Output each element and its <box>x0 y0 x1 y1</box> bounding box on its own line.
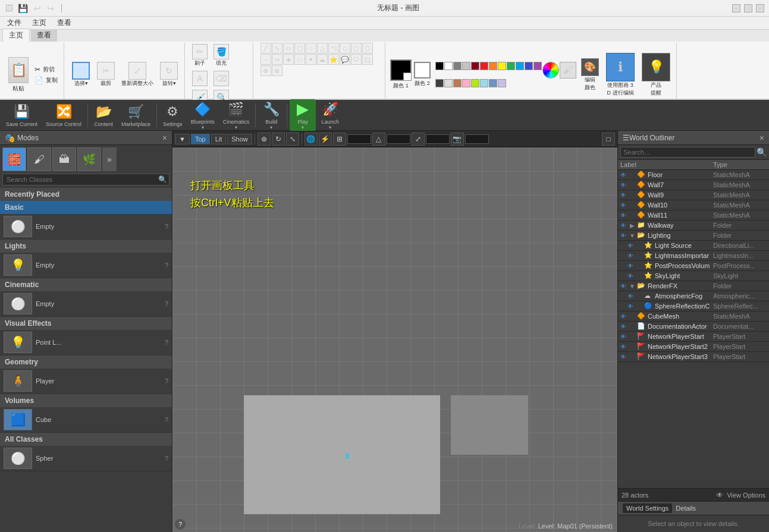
tree-item-wall10[interactable]: 👁 🔶 Wall10 StaticMeshA <box>618 200 769 210</box>
shape-triangle[interactable]: △ <box>317 43 328 53</box>
category-visual-effects[interactable]: Visual Effects <box>0 317 172 330</box>
close-btn[interactable]: × <box>756 4 764 12</box>
tree-item-cubemesh[interactable]: 👁 🔶 CubeMesh StaticMeshA <box>618 311 769 322</box>
tree-item-renderfx[interactable]: 👁 ▼ 📂 RenderFX Folder <box>618 281 769 291</box>
color-purple[interactable] <box>533 62 542 70</box>
shape-oval[interactable]: ⬭ <box>294 54 305 65</box>
eye-icon-postprocess[interactable]: 👁 <box>627 263 633 269</box>
shape-more4[interactable]: 💬 <box>340 54 350 65</box>
select-btn[interactable]: ⬚ 选择▾ <box>69 61 93 89</box>
content-btn[interactable]: 📂 Content <box>90 102 117 128</box>
color-teal[interactable] <box>516 62 524 70</box>
eye-icon-networkps2[interactable]: 👁 <box>620 344 626 350</box>
place-item-cube[interactable]: 🟦 Cube ? <box>0 407 172 433</box>
shape-arrow-r[interactable]: → <box>260 54 271 65</box>
save-current-btn[interactable]: 💾 Save Current <box>2 102 41 128</box>
mode-tab-landscape[interactable]: 🏔 <box>52 147 76 171</box>
vp-scale-input[interactable]: 0.25 <box>426 134 450 144</box>
tree-item-lightsource[interactable]: 👁 ⭐ Light Source DirectionalLi... <box>618 241 769 251</box>
paste-btn[interactable]: 📋 粘贴 <box>6 56 31 94</box>
maximize-btn[interactable]: □ <box>744 4 752 12</box>
color-gray2[interactable] <box>462 62 470 70</box>
color-rainbow[interactable] <box>542 62 559 78</box>
color-edit-icon[interactable]: 🖌 <box>560 62 576 78</box>
shape-pentagon[interactable]: ⬠ <box>351 43 362 53</box>
place-help-empty2[interactable]: ? <box>165 262 168 269</box>
play-btn[interactable]: ▶ Play ▾ <box>290 99 316 131</box>
color2-swatch[interactable] <box>414 62 431 78</box>
quick-redo[interactable]: ↪ <box>46 4 55 13</box>
eye-icon-floor[interactable]: 👁 <box>620 172 626 178</box>
vp-rotation-input[interactable]: 5° <box>387 134 410 144</box>
eye-icon-renderfx[interactable]: 👁 <box>620 283 626 289</box>
eye-icon-lightmass[interactable]: 👁 <box>627 253 633 259</box>
eye-icon-atmosfog[interactable]: 👁 <box>627 293 633 300</box>
vp-grid-size-input[interactable]: 10 <box>347 134 371 144</box>
shape-more7[interactable]: ⊕ <box>260 65 271 76</box>
color-blue[interactable] <box>525 62 533 70</box>
eraser-btn[interactable]: ⌫ <box>211 70 231 87</box>
outliner-search-icon[interactable]: 🔍 <box>757 147 767 157</box>
color-white[interactable] <box>444 62 453 70</box>
world-settings-tab[interactable]: World Settings <box>623 503 672 513</box>
tree-item-wall7[interactable]: 👁 🔶 Wall7 StaticMeshA <box>618 180 769 190</box>
vp-lit-btn[interactable]: Lit <box>211 134 227 144</box>
outliner-close-btn[interactable]: × <box>759 133 764 143</box>
place-help-empty1[interactable]: ? <box>165 223 168 230</box>
shape-more5[interactable]: 🗨 <box>351 54 362 65</box>
view-options-btn[interactable]: View Options <box>727 492 765 499</box>
shape-rounded-rect[interactable]: ▢ <box>294 43 305 53</box>
vp-scale-btn[interactable]: ⤡ <box>286 133 299 146</box>
vp-maximize-btn[interactable]: □ <box>602 133 615 146</box>
shape-arr2[interactable]: ⇒ <box>272 54 283 65</box>
resize-btn[interactable]: ⤢ 重新调整大小 <box>119 61 156 89</box>
place-item-player[interactable]: 🧍 Player ? <box>0 369 172 394</box>
copy-btn[interactable]: 📄复制 <box>32 75 60 85</box>
color-green-dark[interactable] <box>507 62 515 70</box>
category-basic[interactable]: Basic <box>0 201 172 214</box>
menu-file[interactable]: 文件 <box>2 17 26 29</box>
col-label-header[interactable]: Label <box>620 161 713 168</box>
color-orange[interactable] <box>489 62 497 70</box>
color-yellow[interactable] <box>498 62 506 70</box>
search-classes-input[interactable] <box>2 174 170 185</box>
vp-scale-snap-btn[interactable]: ⤢ <box>412 133 425 146</box>
shape-line[interactable]: ╱ <box>260 43 271 53</box>
eye-icon-skylight[interactable]: 👁 <box>627 273 633 279</box>
category-lights[interactable]: Lights <box>0 240 172 253</box>
ribbon-tab-view[interactable]: 查看 <box>31 29 57 42</box>
shape-hexagon[interactable]: ⬡ <box>362 43 373 53</box>
details-tab[interactable]: Details <box>672 503 699 513</box>
use-image-btn[interactable]: ℹ 使用图画 3D 进行编辑 <box>604 52 637 98</box>
col-type-header[interactable]: Type <box>713 161 767 168</box>
shape-more6[interactable]: 🗯 <box>362 54 373 65</box>
tree-item-walkway[interactable]: 👁 ▶ 📁 Walkway Folder <box>618 221 769 231</box>
vp-dropdown-btn[interactable]: ▼ <box>175 134 190 144</box>
fill-tool-btn[interactable]: 🪣 填充 <box>211 43 231 68</box>
color-black[interactable] <box>435 62 444 70</box>
vp-show-btn[interactable]: Show <box>227 134 252 144</box>
place-item-pointlight[interactable]: 💡 Point L... ? <box>0 330 172 355</box>
place-item-empty3[interactable]: ⚪ Empty ? <box>0 291 172 317</box>
tree-item-networkps[interactable]: 👁 🚩 NetworkPlayerStart PlayerStart <box>618 332 769 342</box>
vp-top-btn[interactable]: Top <box>191 134 210 144</box>
marketplace-btn[interactable]: 🛒 Marketplace <box>118 102 154 128</box>
cut-btn[interactable]: ✂剪切 <box>32 65 60 74</box>
eye-icon-wall7[interactable]: 👁 <box>620 182 626 188</box>
tree-item-postprocess[interactable]: 👁 ⭐ PostProcessVolum PostProcess... <box>618 261 769 271</box>
product-tip-btn[interactable]: 💡 产品提醒 <box>639 52 673 98</box>
mode-tab-paint[interactable]: 🖌 <box>27 147 51 171</box>
vp-rotate-btn[interactable]: ↻ <box>272 133 285 146</box>
place-help-pointlight[interactable]: ? <box>165 339 168 346</box>
tree-item-wall9[interactable]: 👁 🔶 Wall9 StaticMeshA <box>618 190 769 200</box>
shape-rhombus[interactable]: ◈ <box>283 54 294 65</box>
vp-grid-btn[interactable]: ⊞ <box>333 133 346 146</box>
brush-tool-btn[interactable]: ✏ 刷子 <box>190 43 210 68</box>
tree-item-skylight[interactable]: 👁 ⭐ SkyLight SkyLight <box>618 271 769 281</box>
category-volumes[interactable]: Volumes <box>0 394 172 407</box>
category-geometry[interactable]: Geometry <box>0 355 172 369</box>
crop-btn[interactable]: ✂ 裁剪 <box>94 61 118 89</box>
ribbon-tab-home[interactable]: 主页 <box>2 29 30 42</box>
source-control-btn[interactable]: 🔀 Source Control <box>42 102 85 128</box>
eye-icon-wall10[interactable]: 👁 <box>620 202 626 209</box>
